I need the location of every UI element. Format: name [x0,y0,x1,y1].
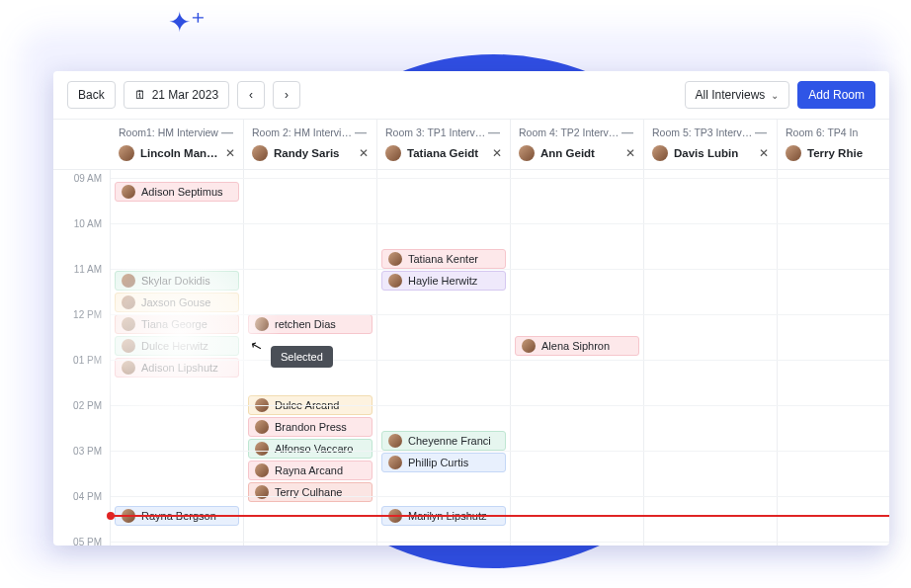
time-label: 02 PM [73,400,102,411]
event-name: Tiana George [141,318,207,330]
event-name: Jaxson Gouse [141,296,210,308]
remove-room-button[interactable]: — [486,126,502,139]
avatar [119,145,134,161]
event-pill[interactable]: Adison Lipshutz [115,358,239,378]
room-column-6[interactable] [778,170,889,546]
chevron-right-icon: › [285,88,289,102]
room-column-4[interactable]: Alena Siphron [511,170,644,546]
event-pill[interactable]: Terry Culhane [248,482,373,502]
interviewer-name: Lincoln Mango [140,147,219,159]
room-column-5[interactable] [644,170,778,546]
remove-room-button[interactable]: — [219,126,235,139]
hour-gridline [111,542,889,543]
event-name: Rayna Arcand [275,464,343,476]
avatar [252,145,268,161]
room-title: Room 4: TP2 Interview [519,126,620,138]
toolbar: Back 🗓 21 Mar 2023 ‹ › All Interviews ⌄ … [53,71,889,120]
remove-room-button[interactable]: — [753,126,769,139]
remove-room-button[interactable]: — [353,126,369,139]
calendar-icon: 🗓 [134,88,146,102]
event-name: retchen Dias [275,318,336,330]
avatar [652,145,668,161]
event-pill[interactable]: Rayna Arcand [248,461,373,480]
event-pill[interactable]: Haylie Herwitz [381,271,506,291]
add-room-button[interactable]: Add Room [797,81,875,109]
event-name: Alena Siphron [541,340,610,352]
avatar [388,434,402,448]
filter-label: All Interviews [696,88,766,102]
event-name: Dulce Herwitz [141,340,208,352]
time-label: 04 PM [73,491,102,502]
event-name: Adison Septimus [141,186,223,198]
interviewer-name: Ann Geidt [540,147,595,159]
event-name: Adison Lipshutz [141,362,218,374]
back-button[interactable]: Back [67,81,116,109]
event-pill[interactable]: Phillip Curtis [381,453,506,472]
time-label: 11 AM [74,264,102,275]
clear-interviewer-button[interactable]: ✕ [492,146,502,160]
avatar [255,442,269,456]
room-header-row: Room1: HM Interview—Lincoln Mango✕Room 2… [53,120,889,170]
avatar [385,145,401,161]
chevron-down-icon: ⌄ [771,90,779,101]
event-pill[interactable]: Skylar Dokidis [115,271,239,291]
event-pill[interactable]: retchen Dias [248,314,373,334]
event-pill[interactable]: Tiana George [115,314,239,334]
room-title: Room 2: HM Interview [252,126,353,138]
event-pill[interactable]: Alfonso Vaccaro [248,439,373,459]
room-title: Room 6: TP4 In [786,126,858,138]
hour-gridline [111,451,889,452]
remove-room-button[interactable]: — [620,126,635,139]
event-pill[interactable]: Jaxson Gouse [115,293,239,312]
avatar [122,339,135,353]
room-header: Room1: HM Interview—Lincoln Mango✕ [111,120,244,169]
prev-day-button[interactable]: ‹ [237,81,265,109]
time-label: 10 AM [74,218,102,229]
hour-gridline [111,178,889,179]
event-pill[interactable]: Tatiana Kenter [381,249,506,269]
avatar [255,317,269,331]
avatar [519,145,535,161]
time-label: 12 PM [73,309,102,320]
scheduler-panel: Back 🗓 21 Mar 2023 ‹ › All Interviews ⌄ … [53,71,889,546]
hour-gridline [111,496,889,497]
event-pill[interactable]: Adison Septimus [115,182,239,202]
room-column-1[interactable]: Adison SeptimusSkylar DokidisJaxson Gous… [111,170,244,546]
filter-dropdown[interactable]: All Interviews ⌄ [685,81,790,109]
selected-tooltip: Selected [271,346,333,368]
date-picker-button[interactable]: 🗓 21 Mar 2023 [124,81,229,109]
hour-gridline [111,223,889,224]
room-title: Room 3: TP1 Interview [385,126,486,138]
interviewer-name: Terry Rhie [807,147,863,159]
current-time-line [111,515,889,517]
room-title: Room 5: TP3 Interview [652,126,753,138]
schedule-grid: 09 AM10 AM11 AM12 PM01 PM02 PM03 PM04 PM… [53,170,889,546]
clear-interviewer-button[interactable]: ✕ [225,146,235,160]
event-pill[interactable]: Brandon Press [248,417,373,437]
room-columns: Adison SeptimusSkylar DokidisJaxson Gous… [111,170,889,546]
remove-room-button[interactable]: — [887,126,889,139]
time-label: 01 PM [73,355,102,366]
clear-interviewer-button[interactable]: ✕ [759,146,769,160]
room-column-3[interactable]: Tatiana KenterHaylie HerwitzCheyenne Fra… [377,170,511,546]
avatar [522,339,536,353]
interviewer-name: Tatiana Geidt [407,147,478,159]
room-header: Room 4: TP2 Interview—Ann Geidt✕ [511,120,644,169]
clear-interviewer-button[interactable]: ✕ [359,146,369,160]
sparkle-icon: ✦⁺ [168,6,206,39]
event-pill[interactable]: Dulce Herwitz [115,336,239,356]
room-header: Room 6: TP4 In—Terry Rhie✕ [778,120,889,169]
event-name: Alfonso Vaccaro [275,443,353,455]
next-day-button[interactable]: › [273,81,300,109]
event-pill[interactable]: Cheyenne Franci [381,431,506,451]
room-header: Room 3: TP1 Interview—Tatiana Geidt✕ [377,120,511,169]
clear-interviewer-button[interactable]: ✕ [625,146,635,160]
event-name: Haylie Herwitz [408,275,477,287]
avatar [786,145,801,161]
hour-gridline [111,405,889,406]
room-header: Room 5: TP3 Interview—Davis Lubin✕ [644,120,778,169]
time-label: 05 PM [73,537,102,546]
room-title: Room1: HM Interview [119,126,218,138]
avatar [122,361,135,375]
event-pill[interactable]: Alena Siphron [515,336,639,356]
